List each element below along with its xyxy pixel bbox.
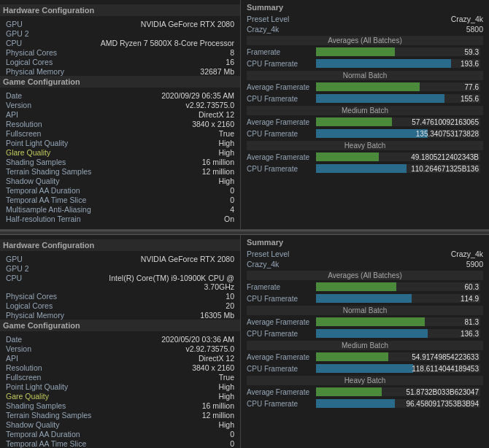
framerate-bar-fill-1 [316,47,395,56]
bottom-row: Hardware Configuration GPU NVIDIA GeForc… [0,235,489,448]
glare-val-1: High [218,148,234,157]
right-panel-2: Summary Preset Level Crazy_4k Crazy_4k 5… [241,235,489,448]
shadow-val-1: High [218,177,234,185]
heavy-avg-bar-value-1: 49.1805212402343B [411,152,479,161]
preset-score-row-2: Crazy_4k 5900 [247,260,483,269]
heavy-batch-label-2: Heavy Batch [247,376,483,385]
terrain-val-1: 12 million [202,167,234,176]
terrain-label-2: Terrain Shading Samples [6,411,91,420]
temporal-aa-row-2: Temporal AA Duration 0 [6,429,234,439]
version-label-1: Version [6,101,79,109]
heavy-avg-bar-label-1: Average Framerate [247,153,316,161]
med-cpu-bar-row-1: CPU Framerate 135.340753173828 [247,128,483,139]
summary-header-1: Summary [247,3,483,12]
avg-framerate-bar-row-1: Average Framerate 77.6 [247,82,483,92]
preset-level-val-2: Crazy_4k [451,250,483,258]
phys-cores-label-2: Physical Cores [6,292,79,301]
med-cpu-bar-container-1: 135.340753173828 [316,129,480,138]
api-label-1: API [6,110,79,119]
gpu-val-2: NVIDIA GeForce RTX 2080 [141,255,234,263]
resolution-label-2: Resolution [6,363,79,372]
phys-mem-label-2: Physical Memory [6,311,79,320]
avg-cpu-bar-value-2: 136.3 [461,329,479,338]
framerate-bar-container-1: 59.3 [316,47,480,56]
preset-level-val-1: Crazy_4k [451,15,483,23]
cpu-row-1: CPU AMD Ryzen 7 5800X 8-Core Processor [6,38,234,47]
point-light-row-2: Point Light Quality High [6,382,234,391]
glare-val-2: High [218,392,234,401]
cpu-framerate-bar-row-2: CPU Framerate 114.9 [247,293,483,304]
med-avg-bar-label-2: Average Framerate [247,353,316,361]
heavy-avg-bar-container-2: 51.8732B033B623047 [316,387,480,396]
heavy-cpu-bar-container-2: 96.4580917353B3B94 [316,399,480,408]
temporal-slice-row-2: Temporal AA Time Slice 0 [6,439,234,448]
resolution-row-1: Resolution 3840 x 2160 [6,119,234,128]
heavy-cpu-bar-fill-1 [316,164,407,173]
phys-mem-label-1: Physical Memory [6,67,79,76]
log-cores-label-1: Logical Cores [6,58,79,66]
avg-framerate-bar-fill-2 [316,317,425,326]
preset-level-label-1: Preset Level [247,15,289,23]
half-res-row-1: Half-resolution Terrain On [6,214,234,223]
temporal-slice-label-2: Temporal AA Time Slice [6,439,86,448]
terrain-row-1: Terrain Shading Samples 12 million [6,166,234,176]
avg-cpu-bar-value-1: 155.6 [461,94,479,103]
version-row-2: Version v2.92.73575.0 [6,344,234,353]
gpu-val-1: NVIDIA GeForce RTX 2080 [141,20,234,28]
cpu-framerate-bar-container-2: 114.9 [316,294,480,303]
avg-cpu-bar-fill-2 [316,329,428,338]
log-cores-val-2: 20 [226,301,234,310]
cpu-framerate-bar-fill-1 [316,59,451,68]
preset-level-row-1: Preset Level Crazy_4k [247,15,483,23]
summary-header-2: Summary [247,238,483,247]
api-val-2: DirectX 12 [199,354,234,363]
multisample-val-1: 4 [230,205,234,214]
avg-framerate-bar-container-2: 81.3 [316,317,480,326]
shadow-label-2: Shadow Quality [6,420,79,429]
temporal-slice-label-1: Temporal AA Time Slice [6,196,86,204]
med-avg-bar-container-1: 57.47610092163065 [316,117,480,126]
framerate-bar-label-1: Framerate [247,48,316,56]
temporal-aa-row-1: Temporal AA Duration 0 [6,185,234,195]
preset-score-row-1: Crazy_4k 5800 [247,25,483,34]
hardware-header-1: Hardware Configuration [0,4,240,16]
phys-mem-row-1: Physical Memory 32687 Mb [6,66,234,76]
heavy-cpu-bar-fill-2 [316,399,395,408]
shading-row-2: Shading Samples 16 million [6,401,234,410]
terrain-row-2: Terrain Shading Samples 12 million [6,410,234,420]
log-cores-row-1: Logical Cores 16 [6,57,234,66]
preset-level-label-2: Preset Level [247,250,289,258]
averages-label-1: Averages (All Batches) [247,36,483,45]
heavy-cpu-bar-value-2: 96.4580917353B3B94 [406,399,479,408]
med-cpu-bar-value-2: 118.6114044189453 [412,364,479,373]
medium-batch-label-2: Medium Batch [247,341,483,350]
heavy-cpu-bar-row-2: CPU Framerate 96.4580917353B3B94 [247,398,483,409]
gpu2-label-1: GPU 2 [6,29,79,38]
api-label-2: API [6,354,79,363]
cpu-framerate-bar-label-2: CPU Framerate [247,295,316,303]
fullscreen-label-1: Fullscreen [6,129,79,138]
normal-batch-label-1: Normal Batch [247,71,483,80]
gpu2-row-1: GPU 2 [6,28,234,38]
cpu-val-1: AMD Ryzen 7 5800X 8-Core Processor [101,39,234,47]
hardware-header-2: Hardware Configuration [0,239,240,251]
cpu-label-2: CPU [6,274,79,291]
phys-cores-val-1: 8 [230,48,234,57]
avg-framerate-bar-label-2: Average Framerate [247,318,316,326]
phys-cores-label-1: Physical Cores [6,48,79,57]
temporal-aa-label-1: Temporal AA Duration [6,186,80,195]
avg-cpu-bar-label-2: CPU Framerate [247,330,316,338]
phys-cores-val-2: 10 [226,292,234,301]
crazy4k-label-2: Crazy_4k [247,260,279,269]
framerate-bar-label-2: Framerate [247,283,316,291]
log-cores-val-1: 16 [226,58,234,66]
heavy-avg-bar-container-1: 49.1805212402343B [316,152,480,161]
date-row-1: Date 2020/09/29 06:35 AM [6,90,234,100]
averages-label-2: Averages (All Batches) [247,271,483,280]
cpu-label-1: CPU [6,39,79,47]
date-label-1: Date [6,91,79,100]
multisample-label-1: Multisample Anti-Aliasing [6,205,91,214]
shading-val-1: 16 million [202,158,234,166]
terrain-val-2: 12 million [202,411,234,420]
framerate-bar-value-2: 60.3 [465,282,479,291]
